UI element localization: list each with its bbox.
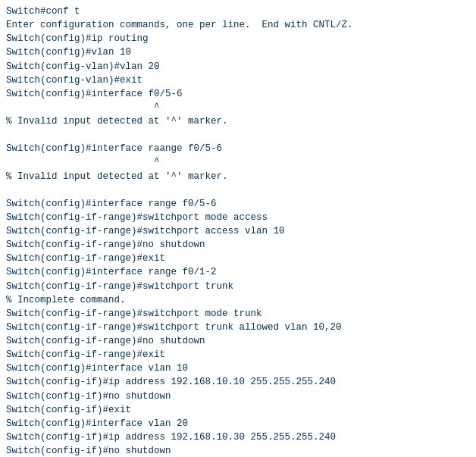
terminal-window: Switch#conf t Enter configuration comman… xyxy=(0,0,476,457)
terminal-content[interactable]: Switch#conf t Enter configuration comman… xyxy=(6,5,470,457)
